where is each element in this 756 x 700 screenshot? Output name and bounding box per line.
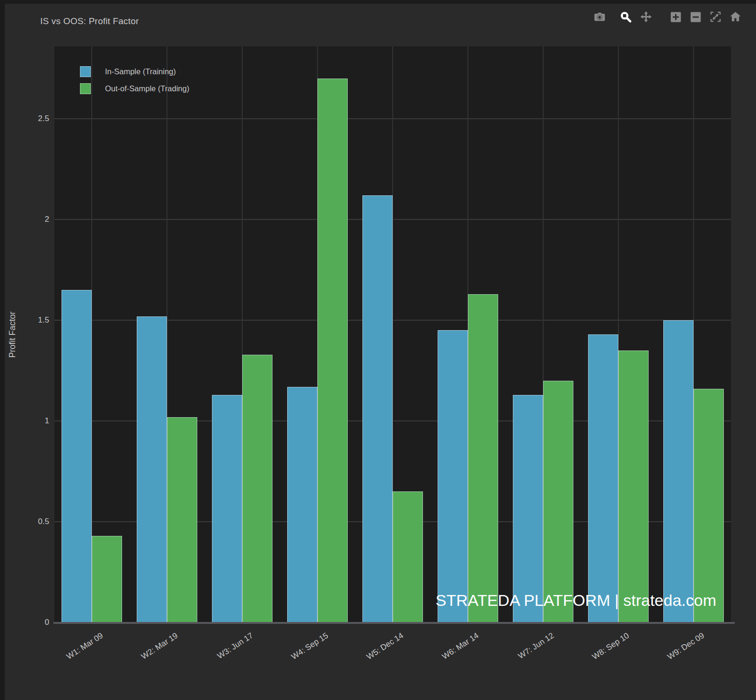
window-edge-top (0, 0, 756, 4)
bar-in-sample[interactable] (588, 334, 618, 622)
x-tick-label: W8: Sep 10 (590, 631, 631, 662)
bar-in-sample[interactable] (212, 395, 242, 622)
legend-swatch-icon (80, 66, 91, 77)
legend-label: In-Sample (Training) (105, 66, 176, 77)
y-tick-label: 2.5 (0, 114, 49, 123)
y-axis-title: Profit Factor (8, 306, 18, 363)
x-tick-label: W5: Dec 14 (365, 631, 405, 662)
pan-button[interactable] (639, 9, 653, 24)
autoscale-button[interactable] (708, 9, 723, 24)
bar-in-sample[interactable] (287, 387, 317, 622)
bar-in-sample[interactable] (438, 330, 468, 622)
zoom-out-button[interactable] (688, 9, 703, 24)
bar-out-of-sample[interactable] (242, 355, 273, 622)
bar-out-of-sample[interactable] (167, 417, 197, 622)
bar-out-of-sample[interactable] (694, 389, 724, 622)
legend-item-out-of-sample[interactable]: Out-of-Sample (Trading) (80, 83, 189, 94)
home-icon (729, 10, 742, 23)
x-tick-label: W2: Mar 19 (140, 631, 180, 662)
x-tick-label: W6: Mar 14 (440, 631, 481, 662)
watermark: STRATEDA PLATFORM | strateda.com (436, 591, 716, 610)
modebar (592, 9, 743, 24)
zoom-out-icon (689, 10, 702, 23)
plotly-chart-page: IS vs OOS: Profit Factor (0, 0, 756, 700)
x-tick-label: W4: Sep 15 (290, 631, 330, 662)
bar-out-of-sample[interactable] (618, 350, 649, 622)
bar-out-of-sample[interactable] (393, 491, 423, 622)
bar-in-sample[interactable] (362, 195, 393, 622)
x-tick-label: W3: Jun 17 (216, 631, 255, 661)
autoscale-icon (709, 10, 722, 23)
zoom-in-icon (669, 10, 682, 23)
bar-out-of-sample[interactable] (468, 294, 498, 622)
zoom-box-icon (619, 10, 632, 23)
reset-home-button[interactable] (728, 9, 743, 24)
bar-in-sample[interactable] (137, 316, 167, 622)
legend-label: Out-of-Sample (Trading) (105, 83, 189, 94)
bar-out-of-sample[interactable] (543, 381, 573, 622)
window-edge-left (0, 0, 5, 700)
bar-out-of-sample[interactable] (92, 536, 122, 622)
x-tick-label: W1: Mar 09 (65, 631, 105, 662)
pan-icon (640, 10, 652, 23)
zoom-box-button[interactable] (618, 9, 633, 24)
legend-item-in-sample[interactable]: In-Sample (Training) (80, 66, 189, 77)
x-tick-label: W9: Dec 09 (666, 631, 706, 662)
y-tick-label: 1 (0, 416, 49, 426)
bar-out-of-sample[interactable] (317, 79, 348, 622)
camera-icon (593, 10, 606, 23)
plot-area[interactable] (54, 46, 731, 622)
y-tick-label: 0 (0, 618, 49, 627)
y-tick-label: 2 (0, 215, 49, 224)
bar-in-sample[interactable] (513, 395, 543, 622)
chart-title: IS vs OOS: Profit Factor (40, 16, 139, 26)
y-tick-label: 0.5 (0, 517, 49, 526)
x-axis-line (53, 622, 735, 624)
bar-in-sample[interactable] (663, 320, 694, 622)
legend: In-Sample (Training)Out-of-Sample (Tradi… (80, 66, 189, 100)
legend-swatch-icon (80, 83, 91, 94)
zoom-in-button[interactable] (668, 9, 683, 24)
download-camera-button[interactable] (592, 9, 607, 24)
x-tick-label: W7: Jun 12 (517, 631, 556, 661)
bar-in-sample[interactable] (62, 290, 92, 622)
